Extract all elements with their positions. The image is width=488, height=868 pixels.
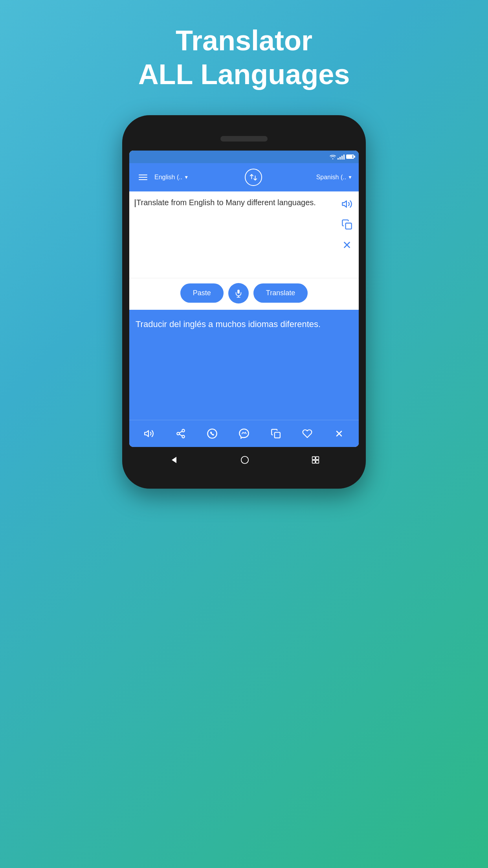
- input-area: Translate from English to Many different…: [129, 191, 359, 278]
- speak-result-icon: [144, 428, 154, 439]
- close-result-icon: [334, 429, 344, 438]
- result-text: Traducir del inglés a muchos idiomas dif…: [136, 318, 352, 331]
- svg-rect-14: [274, 432, 280, 438]
- svg-rect-4: [237, 290, 240, 294]
- target-language-label: Spanish (..: [316, 174, 346, 181]
- source-language-dropdown-icon: ▼: [184, 175, 189, 180]
- translate-button[interactable]: Translate: [253, 283, 308, 303]
- phone-nav-bar: [129, 449, 359, 473]
- swap-languages-button[interactable]: [245, 169, 262, 186]
- share-icon: [176, 428, 186, 439]
- svg-marker-17: [172, 457, 176, 463]
- menu-button[interactable]: [136, 171, 150, 183]
- svg-point-10: [182, 435, 185, 438]
- svg-marker-7: [145, 430, 149, 436]
- speak-input-button[interactable]: [340, 197, 354, 211]
- nav-back-button[interactable]: [169, 455, 178, 467]
- text-cursor: [135, 199, 136, 207]
- app-toolbar: English (.. ▼ Spanish (.. ▼: [129, 163, 359, 191]
- bottom-action-bar: [129, 420, 359, 447]
- battery-icon: [346, 154, 354, 159]
- messenger-icon: [238, 428, 250, 439]
- whatsapp-button[interactable]: [204, 426, 220, 441]
- paste-button[interactable]: Paste: [180, 283, 224, 303]
- app-title: Translator ALL Languages: [138, 24, 350, 92]
- svg-point-9: [177, 432, 180, 435]
- input-text-field[interactable]: Translate from English to Many different…: [135, 197, 337, 273]
- share-button[interactable]: [173, 426, 189, 441]
- status-icons: [330, 154, 354, 160]
- close-result-button[interactable]: [331, 426, 347, 441]
- recents-icon: [312, 456, 319, 464]
- signal-bars-icon: [338, 154, 345, 160]
- svg-rect-20: [316, 456, 319, 460]
- swap-icon: [249, 173, 258, 182]
- copy-result-button[interactable]: [268, 426, 284, 441]
- svg-rect-21: [312, 460, 316, 463]
- phone-notch: [129, 127, 359, 151]
- svg-point-18: [241, 456, 248, 463]
- result-area: Traducir del inglés a muchos idiomas dif…: [129, 310, 359, 420]
- svg-rect-22: [316, 460, 319, 463]
- back-icon: [169, 455, 178, 465]
- favorite-button[interactable]: [299, 426, 315, 441]
- clear-input-button[interactable]: [340, 238, 354, 252]
- svg-line-12: [179, 431, 182, 433]
- phone-mockup: English (.. ▼ Spanish (.. ▼ Translate fr…: [122, 115, 366, 489]
- nav-recents-button[interactable]: [312, 456, 319, 466]
- copy-input-button[interactable]: [340, 217, 354, 232]
- copy-icon: [341, 219, 352, 230]
- home-icon: [240, 456, 249, 464]
- speak-result-button[interactable]: [141, 426, 157, 441]
- svg-rect-19: [312, 456, 316, 460]
- phone-speaker: [220, 136, 268, 142]
- svg-point-8: [182, 429, 185, 432]
- target-language-selector[interactable]: Spanish (.. ▼: [266, 174, 352, 181]
- svg-line-11: [179, 434, 182, 436]
- source-language-selector[interactable]: English (.. ▼: [154, 174, 241, 181]
- action-buttons-row: Paste Translate: [129, 278, 359, 310]
- svg-point-13: [208, 429, 217, 438]
- close-icon: [342, 240, 352, 250]
- copy-result-icon: [271, 428, 281, 439]
- input-action-buttons: [337, 197, 354, 273]
- target-language-dropdown-icon: ▼: [348, 175, 352, 180]
- svg-rect-1: [346, 223, 352, 229]
- status-bar: [129, 151, 359, 163]
- svg-marker-0: [342, 201, 347, 207]
- microphone-button[interactable]: [228, 283, 249, 303]
- source-language-label: English (..: [154, 174, 182, 181]
- whatsapp-icon: [207, 428, 218, 439]
- speaker-icon: [341, 199, 352, 210]
- nav-home-button[interactable]: [240, 456, 249, 467]
- messenger-button[interactable]: [236, 426, 252, 441]
- phone-screen: English (.. ▼ Spanish (.. ▼ Translate fr…: [129, 151, 359, 447]
- wifi-icon: [330, 154, 336, 159]
- heart-icon: [302, 428, 312, 439]
- mic-icon: [234, 289, 243, 298]
